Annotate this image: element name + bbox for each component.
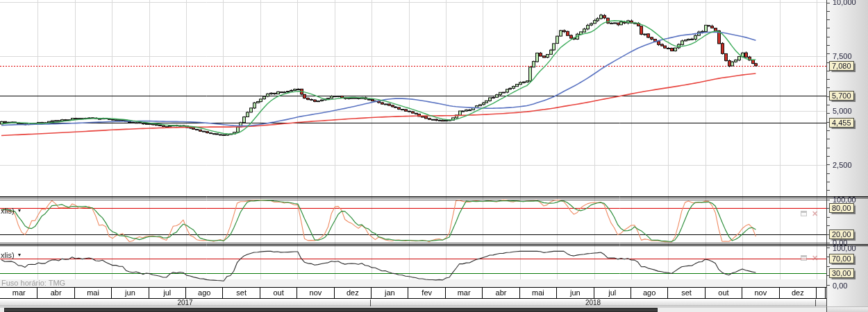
chevron-down-icon[interactable]: ▼ — [17, 207, 22, 215]
trading-chart-window: xlis) ▼ ✕ xlis) ▼ ✕ Fuso horário: TMG 10… — [0, 0, 868, 312]
current-price-tag: 7,080 — [829, 61, 854, 71]
restore-subwindow-icon[interactable] — [801, 211, 807, 216]
rsi-panel[interactable]: xlis) ▼ ✕ Fuso horário: TMG — [0, 245, 826, 287]
scrollbar-corner — [826, 306, 868, 312]
level-price-tag: 5,700 — [829, 91, 854, 101]
month-cell[interactable]: out — [706, 288, 742, 298]
year-cell: 2017 — [0, 300, 371, 306]
rsi-axis-label: 100,00 — [833, 244, 856, 252]
month-cell[interactable]: jul — [149, 288, 186, 298]
month-cell[interactable]: abr — [37, 288, 74, 298]
month-cell[interactable]: fev — [409, 288, 446, 298]
price-axis-label: 2,500 — [833, 161, 852, 169]
stochastic-panel[interactable]: xlis) ▼ ✕ — [0, 198, 826, 244]
month-cell[interactable]: jan — [372, 288, 408, 298]
month-cell[interactable]: set — [223, 288, 260, 298]
month-cell[interactable]: dez — [780, 288, 817, 298]
price-axis-label: 5,000 — [833, 107, 852, 115]
month-cell[interactable]: jul — [594, 288, 631, 298]
main-chart-panel[interactable] — [0, 0, 826, 196]
price-axis-label: 10,000 — [833, 0, 856, 6]
horizontal-scrollbar[interactable] — [0, 307, 826, 312]
restore-subwindow-icon[interactable] — [801, 255, 807, 261]
rsi-axis-label: 0,00 — [833, 281, 847, 290]
month-cell[interactable]: jun — [112, 288, 149, 298]
month-cell[interactable]: mar — [1, 288, 37, 298]
time-axis-years: 20172018 — [0, 300, 826, 306]
rsi-indicator-label: xlis) — [1, 251, 15, 259]
timezone-label: Fuso horário: TMG — [1, 279, 826, 287]
scrollbar-thumb[interactable] — [4, 308, 658, 312]
month-cell[interactable]: jun — [557, 288, 594, 298]
stoch-level-tag: 80,00 — [829, 203, 854, 213]
stoch-level-tag: 20,00 — [829, 229, 854, 239]
month-cell[interactable]: nov — [742, 288, 779, 298]
month-cell[interactable]: set — [668, 288, 705, 298]
stochastic-indicator-label: xlis) — [1, 207, 15, 215]
month-cell[interactable]: dez — [335, 288, 372, 298]
time-axis-months[interactable]: marabrmaijunjulagosetoutnovdezjanfevmara… — [0, 287, 826, 299]
month-cell[interactable]: mai — [520, 288, 557, 298]
price-axis[interactable]: 10,0007,5005,0002,5007,0805,7004,455100,… — [826, 0, 868, 312]
month-cell[interactable]: ago — [631, 288, 668, 298]
close-subwindow-icon[interactable]: ✕ — [812, 210, 818, 217]
year-cell: 2018 — [371, 300, 816, 306]
level-price-tag: 4,455 — [829, 118, 854, 128]
month-cell[interactable]: mar — [446, 288, 483, 298]
month-cell[interactable]: mai — [75, 288, 112, 298]
price-axis-label: 7,500 — [833, 52, 852, 60]
chevron-down-icon[interactable]: ▼ — [17, 251, 22, 259]
axis-ticks — [827, 0, 868, 312]
month-cell-empty — [817, 288, 826, 298]
rsi-level-tag: 70,00 — [829, 254, 854, 263]
month-cell[interactable]: nov — [297, 288, 334, 298]
rsi-level-tag: 30,00 — [829, 268, 854, 278]
month-cell[interactable]: out — [260, 288, 297, 298]
close-subwindow-icon[interactable]: ✕ — [812, 254, 818, 261]
month-cell[interactable]: abr — [483, 288, 519, 298]
month-cell[interactable]: ago — [186, 288, 223, 298]
